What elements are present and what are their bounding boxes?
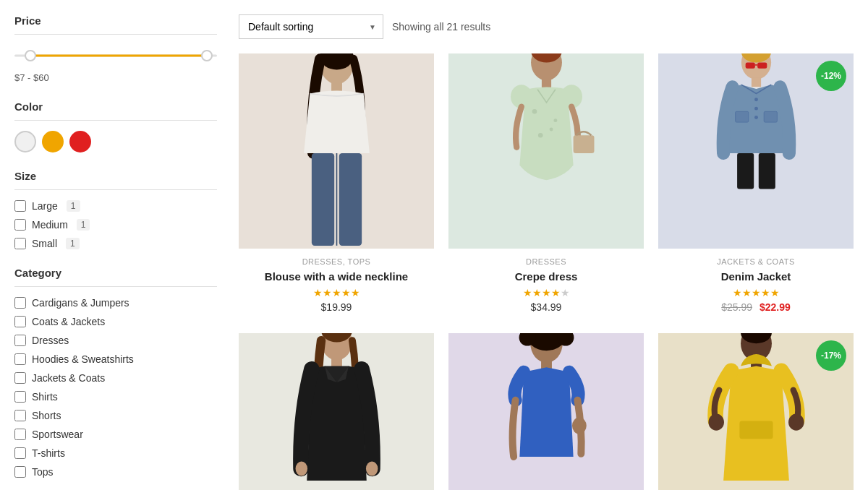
size-option-large[interactable]: Large 1 — [14, 200, 217, 212]
svg-rect-15 — [573, 135, 594, 153]
svg-rect-26 — [735, 111, 748, 122]
sidebar: Price $7 - $60 Color Size — [14, 14, 239, 490]
cat-label-tshirts: T-shirts — [32, 447, 65, 459]
product-card-1[interactable]: DRESSES, TOPS Blouse with a wide necklin… — [239, 53, 434, 319]
discount-badge-3: -12% — [816, 61, 846, 91]
size-checkbox-small[interactable] — [14, 238, 26, 249]
cat-option-cardigans[interactable]: Cardigans & Jumpers — [14, 297, 217, 309]
product-info-3: JACKETS & COATS Denim Jacket ★★★★★ $25.9… — [658, 249, 854, 319]
product-info-2: DRESSES Crepe dress ★★★★★ $34.99 — [448, 249, 644, 319]
product-card-6[interactable]: -17% — [658, 333, 854, 490]
cat-checkbox-dresses[interactable] — [14, 335, 26, 346]
cat-option-jackets[interactable]: Jackets & Coats — [14, 372, 217, 384]
cat-checkbox-jackets[interactable] — [14, 372, 26, 384]
slider-thumb-min[interactable] — [25, 50, 36, 61]
product-info-1: DRESSES, TOPS Blouse with a wide necklin… — [239, 249, 434, 319]
svg-rect-4 — [339, 153, 361, 246]
person-silhouette-2 — [448, 53, 644, 249]
product-card-5[interactable]: TOPS Blue Top ★★★★★ $17.99 — [448, 333, 644, 490]
main-content: Default sorting Sort by popularity Sort … — [239, 14, 854, 490]
product-image-2 — [448, 53, 644, 249]
product-price-1: $19.99 — [244, 301, 428, 313]
size-checkbox-medium[interactable] — [14, 219, 26, 231]
product-name-1: Blouse with a wide neckline — [244, 270, 428, 283]
cat-checkbox-cardigans[interactable] — [14, 297, 26, 309]
size-option-medium[interactable]: Medium 1 — [14, 219, 217, 231]
cat-option-tshirts[interactable]: T-shirts — [14, 447, 217, 459]
price-range-slider[interactable] — [14, 45, 217, 66]
product-image-6: -17% — [658, 333, 854, 490]
swatch-red[interactable] — [69, 131, 91, 152]
size-checkbox-large[interactable] — [14, 200, 26, 212]
sort-wrapper[interactable]: Default sorting Sort by popularity Sort … — [239, 14, 383, 39]
cat-checkbox-sportswear[interactable] — [14, 429, 26, 440]
person-silhouette-4 — [239, 333, 434, 490]
size-option-small[interactable]: Small 1 — [14, 238, 217, 249]
product-card-3[interactable]: -12% — [658, 53, 854, 319]
svg-rect-18 — [745, 63, 754, 69]
cat-option-dresses[interactable]: Dresses — [14, 335, 217, 346]
svg-rect-27 — [764, 111, 777, 122]
cat-label-cardigans: Cardigans & Jumpers — [32, 297, 129, 309]
cat-checkbox-shirts[interactable] — [14, 391, 26, 403]
product-categories-1: DRESSES, TOPS — [244, 257, 428, 266]
cat-checkbox-tops[interactable] — [14, 466, 26, 478]
slider-thumb-max[interactable] — [201, 50, 213, 61]
svg-rect-47 — [739, 421, 773, 439]
cat-label-hoodies: Hoodies & Sweatshirts — [32, 353, 134, 365]
svg-rect-19 — [757, 63, 767, 69]
product-stars-1: ★★★★★ — [244, 287, 428, 298]
svg-point-11 — [537, 133, 542, 138]
toolbar: Default sorting Sort by popularity Sort … — [239, 14, 854, 39]
sort-select[interactable]: Default sorting Sort by popularity Sort … — [239, 14, 383, 39]
swatch-orange[interactable] — [42, 131, 64, 152]
svg-point-29 — [754, 107, 758, 111]
product-price-2: $34.99 — [454, 301, 638, 313]
product-name-2: Crepe dress — [454, 270, 638, 283]
cat-checkbox-shorts[interactable] — [14, 410, 26, 421]
product-categories-2: DRESSES — [454, 257, 638, 266]
color-title: Color — [14, 100, 217, 121]
cat-checkbox-coats[interactable] — [14, 316, 26, 327]
cat-label-jackets: Jackets & Coats — [32, 372, 105, 384]
svg-rect-31 — [737, 153, 754, 189]
svg-point-30 — [754, 116, 758, 119]
size-label-large: Large — [32, 200, 58, 212]
size-count-medium: 1 — [77, 219, 90, 231]
slider-fill — [30, 55, 207, 57]
cat-label-dresses: Dresses — [32, 335, 69, 346]
star-empty-2: ★ — [561, 287, 570, 298]
cat-option-coats[interactable]: Coats & Jackets — [14, 316, 217, 327]
product-stars-2: ★★★★★ — [454, 287, 638, 298]
price-original-3: $25.99 — [721, 301, 752, 313]
cat-option-shirts[interactable]: Shirts — [14, 391, 217, 403]
product-card-2[interactable]: DRESSES Crepe dress ★★★★★ $34.99 — [448, 53, 644, 319]
cat-checkbox-hoodies[interactable] — [14, 353, 26, 365]
cat-label-sportswear: Sportswear — [32, 429, 83, 440]
size-label-medium: Medium — [32, 219, 68, 231]
price-title: Price — [14, 14, 217, 35]
category-section: Category Cardigans & Jumpers Coats & Jac… — [14, 267, 217, 478]
swatch-white[interactable] — [14, 131, 36, 152]
svg-point-43 — [571, 418, 586, 434]
price-label: $7 - $60 — [14, 72, 217, 83]
cat-option-hoodies[interactable]: Hoodies & Sweatshirts — [14, 353, 217, 365]
product-card-4[interactable]: JACKETS & COATS Black Blazer ★★★★★ $29.9… — [239, 333, 434, 490]
category-options: Cardigans & Jumpers Coats & Jackets Dres… — [14, 297, 217, 478]
svg-point-12 — [549, 128, 553, 132]
person-silhouette-5 — [448, 333, 644, 490]
product-image-1 — [239, 53, 434, 249]
cat-label-shirts: Shirts — [32, 391, 58, 403]
svg-point-9 — [532, 109, 537, 114]
cat-option-tops[interactable]: Tops — [14, 466, 217, 478]
svg-point-37 — [365, 462, 378, 476]
category-title: Category — [14, 267, 217, 287]
size-options: Large 1 Medium 1 Small 1 — [14, 200, 217, 249]
product-image-4 — [239, 333, 434, 490]
cat-checkbox-tshirts[interactable] — [14, 447, 26, 459]
svg-rect-21 — [751, 77, 760, 87]
cat-option-shorts[interactable]: Shorts — [14, 410, 217, 421]
cat-option-sportswear[interactable]: Sportswear — [14, 429, 217, 440]
cat-label-shorts: Shorts — [32, 410, 61, 421]
svg-rect-3 — [311, 153, 333, 246]
